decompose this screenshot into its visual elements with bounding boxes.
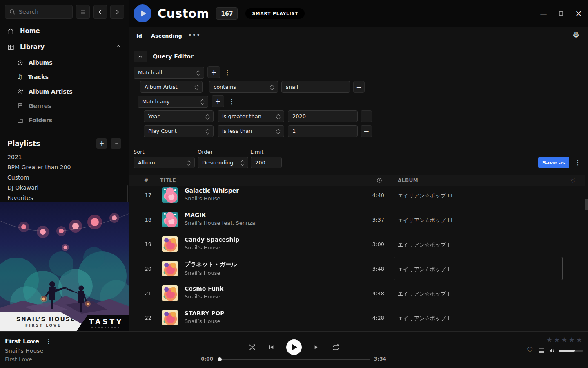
duration-column-clock-icon[interactable] <box>376 177 382 184</box>
more-options-icon[interactable]: ••• <box>188 32 201 38</box>
track-album[interactable]: エイリアン☆ポップ II <box>398 290 451 298</box>
seek-bar[interactable] <box>218 359 370 360</box>
track-album[interactable]: エイリアン☆ポップ II <box>398 315 451 322</box>
track-artist: Snail’s House <box>185 318 225 324</box>
collapse-query-editor-button[interactable] <box>134 51 147 62</box>
order-select[interactable]: Descending <box>198 157 248 168</box>
maximize-button[interactable] <box>557 10 565 17</box>
playlist-item[interactable]: DJ Okawari <box>7 182 71 193</box>
table-row[interactable]: 18 MAGIK Snail’s House feat. Sennzai 3:3… <box>129 207 585 232</box>
table-row[interactable]: 22 STARRY POP Snail’s House 4:28 エイリアン☆ポ… <box>129 305 585 330</box>
search-box[interactable] <box>5 5 73 19</box>
rule-operator-select-1[interactable]: contains <box>209 81 278 93</box>
rating-star-icon[interactable]: ★ <box>576 336 582 344</box>
group-2-kebab-icon[interactable]: ⋮ <box>228 99 235 105</box>
playlist-list-button[interactable] <box>111 138 121 149</box>
queue-icon <box>539 348 545 354</box>
rating-star-icon[interactable]: ★ <box>546 336 552 344</box>
playlist-item[interactable]: Custom <box>7 172 71 182</box>
match-type-select-1[interactable]: Match all <box>134 67 204 79</box>
rating-star-icon[interactable]: ★ <box>569 336 575 344</box>
playlist-item[interactable]: Favorites <box>7 193 71 203</box>
next-button[interactable] <box>314 344 320 350</box>
remove-rule-button-2[interactable]: − <box>361 110 372 122</box>
library-sub-item[interactable]: Album Artists <box>0 85 129 98</box>
rule-field-select-2[interactable]: Year <box>144 110 214 122</box>
close-button[interactable]: × <box>575 10 582 17</box>
column-title[interactable]: TITLE <box>160 177 176 183</box>
play-playlist-button[interactable] <box>134 4 151 22</box>
table-row[interactable]: 21 Cosmo Funk Snail’s House 4:48 エイリアン☆ポ… <box>129 281 585 305</box>
save-as-button[interactable]: Save as <box>538 157 569 168</box>
nav-forward-button[interactable] <box>110 5 124 19</box>
flag-icon <box>17 103 23 109</box>
column-index[interactable]: # <box>144 177 149 183</box>
rule-operator-select-2[interactable]: is greater than <box>218 110 284 122</box>
rating-star-icon[interactable]: ★ <box>554 336 560 344</box>
playlist-item[interactable]: 2021 <box>7 152 71 162</box>
select-updown-icon <box>194 70 200 75</box>
group-1-kebab-icon[interactable]: ⋮ <box>224 70 231 76</box>
rating-star-icon[interactable]: ★ <box>561 336 567 344</box>
collapse-library-button[interactable] <box>116 43 121 51</box>
favorite-column-heart-icon[interactable]: ♡ <box>570 177 576 184</box>
rule-value-input-1[interactable] <box>281 81 350 93</box>
library-sub-item[interactable]: ♫ Tracks <box>0 71 129 83</box>
volume-button[interactable] <box>549 347 556 356</box>
sidebar-search-row <box>5 5 124 19</box>
track-meta: Cosmo Funk Snail’s House <box>185 285 223 300</box>
nav-back-button[interactable] <box>93 5 107 19</box>
table-row[interactable]: 17 Galactic Whisper Snail’s House 4:40 エ… <box>129 186 585 207</box>
gear-icon[interactable]: ⚙ <box>572 31 579 39</box>
now-playing-album[interactable]: First Love <box>5 356 32 363</box>
add-playlist-button[interactable]: + <box>96 138 107 149</box>
library-sub-item[interactable]: Albums <box>0 56 129 69</box>
sort-direction-chip[interactable]: Ascending <box>151 33 182 39</box>
rule-value-input-2[interactable] <box>288 110 358 122</box>
track-album[interactable]: エイリアン☆ポップ II <box>398 241 451 249</box>
match-type-select-2[interactable]: Match any <box>138 96 208 108</box>
previous-button[interactable] <box>268 344 274 350</box>
playlist-item[interactable]: BPM Greater than 200 <box>7 162 71 172</box>
sort-select[interactable]: Album <box>134 157 195 168</box>
save-options-kebab-icon[interactable]: ⋮ <box>575 159 581 166</box>
select-updown-icon <box>274 129 280 134</box>
library-sub-item[interactable]: Genres <box>0 100 129 112</box>
menu-button[interactable] <box>76 5 90 19</box>
seek-handle[interactable] <box>218 357 222 361</box>
shuffle-icon <box>248 343 256 351</box>
track-album[interactable]: エイリアン☆ポップ III <box>398 217 452 224</box>
sidebar-item-library[interactable]: Library <box>0 41 129 53</box>
sidebar-item-home[interactable]: Home <box>0 25 129 37</box>
repeat-button[interactable] <box>332 343 340 351</box>
track-album[interactable]: エイリアン☆ポップ III <box>398 192 452 200</box>
favorite-heart-icon[interactable]: ♡ <box>527 347 533 354</box>
column-album[interactable]: ALBUM <box>398 177 418 183</box>
sort-field-chip[interactable]: Id <box>136 33 142 39</box>
tracklist-scrollbar[interactable] <box>585 199 588 210</box>
now-playing-artwork[interactable]: SNAIL’S HOUSE FIRST LOVE TASTY <box>0 202 129 331</box>
volume-slider[interactable] <box>559 350 583 352</box>
add-rule-button-1[interactable]: + <box>207 66 220 78</box>
sidebar-scrollbar[interactable] <box>127 185 128 203</box>
play-pause-button[interactable] <box>286 339 302 355</box>
rule-operator-select-3[interactable]: is less than <box>218 125 284 137</box>
album-art-thumbnail <box>162 212 178 227</box>
shuffle-button[interactable] <box>248 343 256 351</box>
search-input[interactable] <box>19 9 68 15</box>
rating-stars[interactable]: ★★★★★ <box>546 336 582 344</box>
limit-input[interactable] <box>251 157 282 168</box>
rule-value-input-3[interactable] <box>288 125 358 137</box>
table-row[interactable]: 20 プラネット・ガール Snail’s House 3:48 エイリアン☆ポッ… <box>129 256 585 281</box>
remove-rule-button-1[interactable]: − <box>353 81 365 93</box>
library-sub-item-label: Genres <box>29 103 51 109</box>
track-album[interactable]: エイリアン☆ポップ II <box>398 266 451 273</box>
add-rule-button-2[interactable]: + <box>212 95 224 107</box>
table-row[interactable]: 19 Candy Spaceship Snail’s House 3:09 エイ… <box>129 232 585 256</box>
remove-rule-button-3[interactable]: − <box>361 125 372 137</box>
library-sub-item[interactable]: Folders <box>0 114 129 126</box>
queue-button[interactable] <box>539 348 545 355</box>
rule-field-select-1[interactable]: Album Artist <box>140 81 203 93</box>
rule-field-select-3[interactable]: Play Count <box>144 125 214 137</box>
minimize-button[interactable]: — <box>540 10 547 17</box>
